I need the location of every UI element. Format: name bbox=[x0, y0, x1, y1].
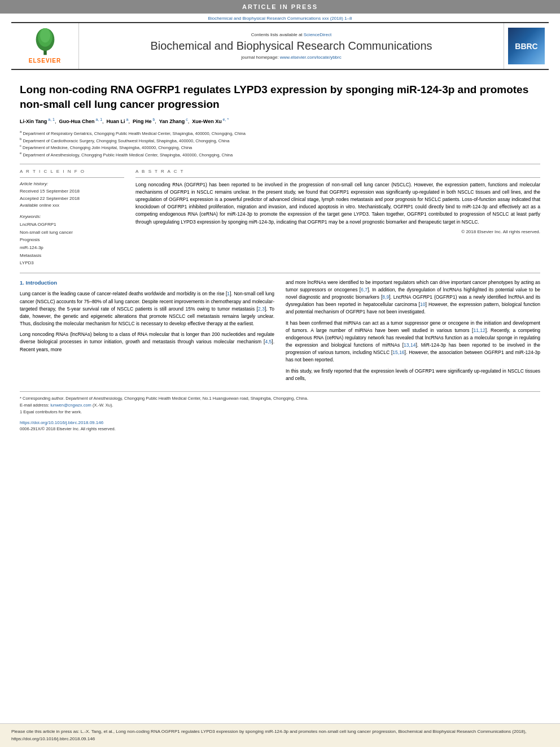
keyword-4: miR-124-3p bbox=[20, 244, 124, 252]
intro-title: 1. Introduction bbox=[20, 279, 274, 287]
doi-text: https://doi.org/10.1016/j.bbrc.2018.09.1… bbox=[20, 420, 103, 425]
body-section: 1. Introduction Lung cancer is the leadi… bbox=[20, 279, 540, 386]
citation-bar: Please cite this article in press as: L.… bbox=[0, 723, 560, 747]
divider-1 bbox=[20, 164, 540, 164]
elsevier-label: ELSEVIER bbox=[29, 58, 61, 64]
article-in-press-banner: ARTICLE IN PRESS bbox=[0, 0, 560, 14]
abstract-text: Long noncoding RNA (OGFRP1) has been rep… bbox=[135, 181, 540, 226]
affiliations: a Department of Respiratory Geriatrics, … bbox=[20, 129, 540, 158]
contents-line: Contents lists available at ScienceDirec… bbox=[251, 32, 331, 37]
divider-2 bbox=[20, 273, 540, 273]
banner-text: ARTICLE IN PRESS bbox=[242, 3, 318, 10]
article-title: Long non-coding RNA OGFRP1 regulates LYP… bbox=[20, 82, 540, 111]
homepage-link[interactable]: www.elsevier.com/locate/ybbrc bbox=[280, 55, 342, 60]
section-number: 1. bbox=[20, 279, 24, 286]
available-date: Available online xxx bbox=[20, 202, 124, 209]
keywords-label: Keywords: bbox=[20, 214, 124, 219]
journal-line-text: Biochemical and Biophysical Research Com… bbox=[208, 16, 352, 21]
equal-contrib-footnote: 1 Equal contributors for the work. bbox=[20, 409, 540, 416]
history-label: Article history: bbox=[20, 181, 124, 186]
journal-line: Biochemical and Biophysical Research Com… bbox=[0, 14, 560, 22]
author-5: Yan Zhang bbox=[159, 119, 185, 124]
author-3: Huan Li bbox=[107, 119, 125, 124]
abstract-heading: A B S T R A C T bbox=[135, 169, 540, 174]
intro-para-1: Lung cancer is the leading cause of canc… bbox=[20, 290, 274, 327]
doi-section: https://doi.org/10.1016/j.bbrc.2018.09.1… bbox=[20, 420, 540, 431]
intro-para-3: and more lncRNAs were identified to be i… bbox=[286, 279, 540, 316]
svg-point-3 bbox=[40, 28, 50, 42]
body-col-left: 1. Introduction Lung cancer is the leadi… bbox=[20, 279, 274, 386]
accepted-date: Accepted 22 September 2018 bbox=[20, 195, 124, 203]
author-6: Xue-Wen Xu bbox=[192, 119, 221, 124]
homepage-line: journal homepage: www.elsevier.com/locat… bbox=[241, 55, 341, 60]
keyword-6: LYPD3 bbox=[20, 259, 124, 267]
contents-prefix: Contents lists available at bbox=[251, 32, 304, 37]
intro-para-4: It has been confirmed that miRNAs can ac… bbox=[286, 320, 540, 364]
keyword-5: Metastasis bbox=[20, 252, 124, 260]
keyword-2: Non-small cell lung cancer bbox=[20, 229, 124, 237]
footnote-section: * Corresponding author. Department of An… bbox=[20, 391, 540, 416]
received-date: Received 15 September 2018 bbox=[20, 188, 124, 195]
article-info-col: A R T I C L E I N F O Article history: R… bbox=[20, 169, 124, 267]
elsevier-branding: ELSEVIER bbox=[11, 23, 79, 69]
intro-para-5: In this study, we firstly reported that … bbox=[286, 368, 540, 382]
affil-1: a Department of Respiratory Geriatrics, … bbox=[20, 129, 540, 137]
info-divider bbox=[20, 177, 124, 178]
email-link[interactable]: lunwen@cngwzx.com bbox=[50, 403, 91, 408]
copyright-line: © 2018 Elsevier Inc. All rights reserved… bbox=[135, 229, 540, 234]
journal-header: ELSEVIER Contents lists available at Sci… bbox=[11, 22, 549, 70]
affil-4: e Department of Anesthesiology, Chongqin… bbox=[20, 151, 540, 158]
author-1: Li-Xin Tang bbox=[20, 119, 47, 124]
section-title-text: Introduction bbox=[26, 279, 57, 286]
body-col-right: and more lncRNAs were identified to be i… bbox=[286, 279, 540, 386]
info-abstract-section: A R T I C L E I N F O Article history: R… bbox=[20, 169, 540, 267]
elsevier-logo: ELSEVIER bbox=[28, 28, 62, 64]
email-suffix: (X.-W. Xu). bbox=[93, 403, 113, 408]
doi-link[interactable]: https://doi.org/10.1016/j.bbrc.2018.09.1… bbox=[20, 420, 540, 425]
intro-two-col: 1. Introduction Lung cancer is the leadi… bbox=[20, 279, 540, 386]
email-footnote: E-mail address: lunwen@cngwzx.com (X.-W.… bbox=[20, 402, 540, 409]
journal-title-header: Biochemical and Biophysical Research Com… bbox=[150, 40, 432, 53]
citation-text: Please cite this article in press as: L.… bbox=[11, 729, 527, 741]
corresponding-footnote: * Corresponding author. Department of An… bbox=[20, 395, 540, 402]
authors-line: Li-Xin Tang a, 1, Guo-Hua Chen a, 1, Hua… bbox=[20, 117, 540, 126]
abstract-col: A B S T R A C T Long noncoding RNA (OGFR… bbox=[135, 169, 540, 267]
author-4: Ping He bbox=[133, 119, 152, 124]
journal-info-center: Contents lists available at ScienceDirec… bbox=[79, 23, 504, 69]
abstract-divider bbox=[135, 177, 540, 178]
affil-3: c Department of Medicine, Chongqing Joli… bbox=[20, 143, 540, 151]
bbrc-logo: BBRC bbox=[508, 28, 545, 64]
bbrc-logo-container: BBRC bbox=[504, 23, 549, 69]
affil-2: b Department of Cardiothoracic Surgery, … bbox=[20, 137, 540, 144]
intro-para-2: Long noncoding RNAs (lncRNAs) belong to … bbox=[20, 331, 274, 353]
homepage-prefix: journal homepage: bbox=[241, 55, 280, 60]
issn-text: 0006-291X/© 2018 Elsevier Inc. All right… bbox=[20, 426, 540, 431]
email-label: E-mail address: bbox=[20, 403, 50, 408]
main-content: Long non-coding RNA OGFRP1 regulates LYP… bbox=[0, 70, 560, 718]
keyword-1: LncRNA OGFRP1 bbox=[20, 221, 124, 229]
author-2: Guo-Hua Chen bbox=[59, 119, 94, 124]
elsevier-tree-icon bbox=[28, 28, 62, 56]
sciencedirect-link[interactable]: ScienceDirect bbox=[304, 32, 331, 37]
page: ARTICLE IN PRESS Biochemical and Biophys… bbox=[0, 0, 560, 747]
article-info-heading: A R T I C L E I N F O bbox=[20, 169, 124, 174]
bbrc-label: BBRC bbox=[515, 42, 537, 51]
keyword-3: Prognosis bbox=[20, 236, 124, 244]
corresponding-text: * Corresponding author. Department of An… bbox=[20, 396, 308, 401]
